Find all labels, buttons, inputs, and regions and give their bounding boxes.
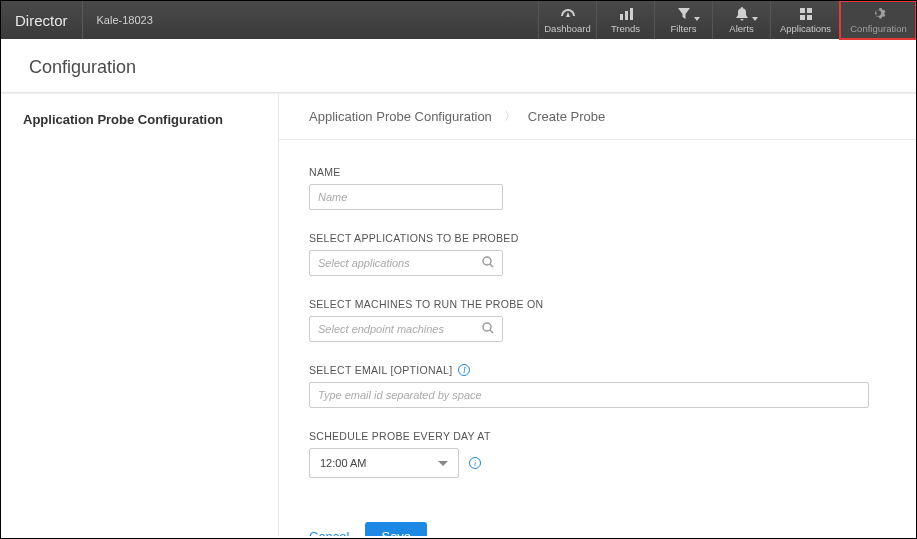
field-machines: SELECT MACHINES TO RUN THE PROBE ON Sele… [309,298,886,342]
top-nav: Dashboard Trends Filters Alerts [538,1,916,39]
field-applications: SELECT APPLICATIONS TO BE PROBED Select … [309,232,886,276]
nav-dashboard[interactable]: Dashboard [538,1,596,39]
field-email: SELECT EMAIL [OPTIONAL] i Type email id … [309,364,886,408]
grid-icon [798,7,814,21]
nav-label: Filters [671,23,697,34]
nav-trends[interactable]: Trends [596,1,654,39]
chevron-down-icon [694,17,700,21]
field-label: SELECT EMAIL [OPTIONAL] i [309,364,886,376]
nav-alerts[interactable]: Alerts [712,1,770,39]
sidebar-item-app-probe-config[interactable]: Application Probe Configuration [1,96,278,143]
nav-configuration[interactable]: Configuration [840,1,916,39]
breadcrumb-parent[interactable]: Application Probe Configuration [309,109,492,124]
info-icon[interactable]: i [458,364,470,376]
field-label: SCHEDULE PROBE EVERY DAY AT [309,430,886,442]
sidebar: Application Probe Configuration [1,94,279,536]
bell-icon [734,7,750,21]
nav-label: Applications [780,23,831,34]
applications-picker[interactable]: Select applications [309,250,503,276]
field-label: SELECT MACHINES TO RUN THE PROBE ON [309,298,886,310]
svg-rect-1 [625,11,628,20]
svg-rect-2 [630,8,633,20]
nav-label: Dashboard [544,23,590,34]
gear-icon [871,7,887,21]
nav-applications[interactable]: Applications [770,1,840,39]
form-actions: Cancel Save [279,518,916,536]
placeholder-text: Type email id separated by space [318,389,482,401]
svg-rect-3 [800,8,805,13]
schedule-time-select[interactable]: 12:00 AM [309,448,459,478]
nav-label: Trends [611,23,640,34]
field-name: NAME [309,166,886,210]
gauge-icon [560,7,576,21]
create-probe-form: NAME SELECT APPLICATIONS TO BE PROBED Se… [279,140,916,518]
info-icon[interactable]: i [469,457,481,469]
nav-filters[interactable]: Filters [654,1,712,39]
save-button[interactable]: Save [365,522,427,536]
svg-point-9 [483,323,491,331]
name-input[interactable] [309,184,503,210]
chevron-right-icon: 〉 [504,108,516,125]
chevron-down-icon [752,17,758,21]
placeholder-text: Select applications [318,257,410,269]
field-label-text: SELECT EMAIL [OPTIONAL] [309,364,452,376]
svg-rect-4 [807,8,812,13]
bars-icon [618,7,634,21]
field-label: SELECT APPLICATIONS TO BE PROBED [309,232,886,244]
breadcrumb-current: Create Probe [528,109,605,124]
field-label: NAME [309,166,886,178]
email-input[interactable]: Type email id separated by space [309,382,869,408]
svg-point-7 [483,257,491,265]
svg-rect-5 [800,15,805,20]
tenant-name: Kale-18023 [83,1,167,39]
filter-icon [676,7,692,21]
select-value: 12:00 AM [320,457,366,469]
field-schedule: SCHEDULE PROBE EVERY DAY AT 12:00 AM i [309,430,886,478]
search-icon [482,256,494,270]
nav-label: Configuration [850,23,907,34]
svg-rect-6 [807,15,812,20]
svg-line-8 [490,264,493,267]
placeholder-text: Select endpoint machines [318,323,444,335]
chevron-down-icon [438,461,448,466]
breadcrumb: Application Probe Configuration 〉 Create… [279,94,916,140]
svg-rect-0 [620,14,623,20]
body: Application Probe Configuration Applicat… [1,93,916,536]
top-bar: Director Kale-18023 Dashboard Trends Fil… [1,1,916,39]
brand: Director [1,1,83,39]
cancel-button[interactable]: Cancel [309,529,349,536]
nav-label: Alerts [729,23,753,34]
main: Application Probe Configuration 〉 Create… [279,94,916,536]
page-title: Configuration [1,39,916,93]
svg-line-10 [490,330,493,333]
machines-picker[interactable]: Select endpoint machines [309,316,503,342]
search-icon [482,322,494,336]
